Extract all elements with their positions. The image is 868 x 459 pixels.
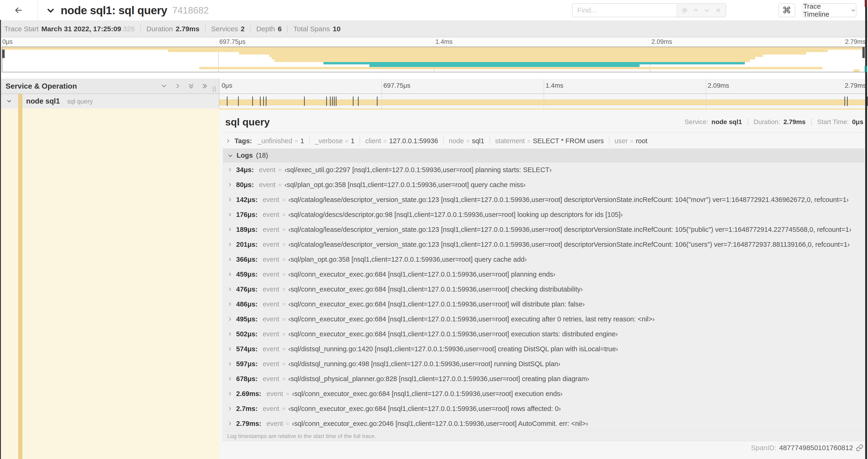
span-duration-bar[interactable] (219, 100, 867, 105)
expand-one-icon[interactable] (174, 83, 181, 90)
logs-title: Logs (237, 152, 253, 159)
logs-list: 34μs:event=‹sql/exec_util.go:2297 [nsql1… (223, 162, 864, 431)
log-field-value: ‹sql/conn_executor_exec.go:684 [nsql1,cl… (288, 270, 555, 278)
log-row[interactable]: 189μs:event=‹sql/catalog/lease/descripto… (223, 222, 864, 237)
logs-header[interactable]: Logs (18) (223, 149, 864, 162)
timeline-header-row: Service & Operation 0μs697.75μs1.4ms2.09… (0, 78, 868, 94)
log-row[interactable]: 2.69ms:event=‹sql/conn_executor_exec.go:… (223, 386, 864, 401)
page-title: node sql1: sql query (61, 4, 167, 17)
log-event-tick (263, 97, 264, 106)
log-row[interactable]: 201μs:event=‹sql/catalog/lease/descripto… (223, 237, 864, 252)
meta-label: Duration (147, 25, 173, 33)
keyboard-shortcuts-button[interactable]: ⌘ (778, 3, 795, 17)
chevron-up-icon[interactable] (692, 7, 699, 13)
log-field-key: event (259, 166, 276, 174)
scrollbar-track-edge[interactable] (865, 7, 867, 459)
start-time-value: 0μs (852, 118, 863, 126)
log-field-value: ‹sql/exec_util.go:2297 [nsql1,client=127… (284, 166, 552, 174)
link-icon[interactable] (856, 444, 863, 452)
spacer (0, 73, 868, 78)
log-row[interactable]: 2.7ms:event=‹sql/conn_executor_exec.go:6… (223, 401, 864, 416)
meta-item: Depth6 (256, 25, 282, 33)
log-timestamp: 495μs: (236, 315, 257, 323)
tags-list: _unfinished=1_verbose=1client=127.0.0.1:… (257, 137, 647, 145)
ruler-tick-label: 2.79ms (845, 82, 866, 89)
tag-key: client (365, 137, 381, 145)
ruler-tick-label: 697.75μs (383, 82, 410, 89)
log-row[interactable]: 80μs:event=‹sql/plan_opt.go:358 [nsql1,c… (223, 177, 864, 192)
chevron-down-icon[interactable] (704, 7, 710, 13)
column-resizer-grip[interactable] (213, 86, 216, 92)
timeline-gridline (706, 94, 706, 108)
log-row[interactable]: 678μs:event=‹sql/distsql_physical_planne… (223, 371, 864, 386)
meta-label: Depth (256, 25, 275, 33)
tag-item: client=127.0.0.1:59936 (365, 137, 438, 145)
log-field-key: event (263, 226, 279, 233)
find-input[interactable] (572, 4, 677, 17)
log-row[interactable]: 597μs:event=‹sql/distsql_running.go:498 … (223, 356, 864, 371)
span-row[interactable]: node sql1 sql query (0, 94, 868, 108)
chevron-down-icon[interactable] (6, 98, 12, 104)
span-name-cell[interactable]: node sql1 sql query (0, 94, 219, 108)
collapse-one-icon[interactable] (160, 83, 167, 90)
tags-label[interactable]: Tags: (235, 137, 252, 145)
log-row[interactable]: 176μs:event=‹sql/catalog/descs/descripto… (223, 207, 864, 222)
tag-separator (490, 137, 490, 145)
log-field-key: event (259, 181, 276, 189)
trace-view-selector[interactable]: Trace Timeline (803, 3, 856, 17)
tag-key: user (615, 137, 628, 145)
log-timestamp: 142μs: (236, 196, 257, 204)
log-row[interactable]: 486μs:event=‹sql/conn_executor_exec.go:6… (223, 297, 864, 312)
equals-sign: = (282, 286, 286, 293)
minimap-tick-label: 0μs (2, 38, 12, 45)
view-selector-label: Trace Timeline (803, 2, 848, 18)
log-event-tick (332, 97, 333, 106)
chevron-right-icon (227, 287, 232, 292)
locate-icon[interactable] (681, 7, 688, 13)
log-field-value: ‹sql/conn_executor_exec.go:684 [nsql1,cl… (288, 315, 654, 323)
tag-separator (309, 137, 310, 145)
meta-value: 6 (278, 25, 282, 33)
log-row[interactable]: 366μs:event=‹sql/plan_opt.go:358 [nsql1,… (223, 252, 864, 267)
log-row[interactable]: 495μs:event=‹sql/conn_executor_exec.go:6… (223, 312, 864, 327)
log-row[interactable]: 142μs:event=‹sql/catalog/lease/descripto… (223, 192, 864, 207)
close-icon[interactable] (715, 7, 721, 13)
log-row[interactable]: 502μs:event=‹sql/conn_executor_exec.go:6… (223, 327, 864, 341)
equals-sign: = (278, 167, 282, 173)
trace-id: 7418682 (173, 5, 209, 15)
window-right-edge-red (865, 0, 867, 7)
chevron-right-icon (227, 302, 232, 307)
log-timestamp: 2.7ms: (236, 405, 257, 413)
log-timestamp: 476μs: (236, 286, 257, 293)
minimap-right-scrubber-handle[interactable] (862, 47, 865, 58)
tag-separator (360, 137, 360, 145)
expand-all-icon[interactable] (201, 83, 208, 90)
window-right-edge-teal (865, 66, 867, 72)
chevron-right-icon[interactable] (225, 138, 231, 144)
detail-top-accent (219, 108, 868, 110)
log-field-key: event (263, 405, 279, 413)
equals-sign: = (630, 138, 633, 144)
tag-item: user=root (615, 137, 648, 145)
divider (811, 119, 811, 126)
log-row[interactable]: 34μs:event=‹sql/exec_util.go:2297 [nsql1… (223, 162, 864, 177)
log-field-value: ‹sql/distsql_running.go:498 [nsql1,clien… (288, 360, 560, 368)
minimap-canvas[interactable] (2, 47, 866, 72)
log-row[interactable]: 574μs:event=‹sql/distsql_running.go:1420… (223, 341, 864, 356)
log-row[interactable]: 2.79ms:event=‹sql/conn_executor_exec.go:… (223, 416, 864, 431)
tag-separator (443, 137, 443, 145)
equals-sign: = (527, 138, 531, 144)
log-timestamp: 34μs: (236, 166, 254, 174)
back-button[interactable] (0, 0, 38, 21)
collapse-all-icon[interactable] (188, 83, 195, 90)
log-row[interactable]: 459μs:event=‹sql/conn_executor_exec.go:6… (223, 267, 864, 282)
log-row[interactable]: 476μs:event=‹sql/conn_executor_exec.go:6… (223, 282, 864, 297)
log-field-key: event (263, 300, 279, 308)
log-event-tick (238, 97, 239, 106)
log-field-key: event (263, 196, 279, 204)
equals-sign: = (282, 241, 286, 248)
span-detail-panel: sql query Service: node sql1 Duration: 2… (219, 108, 868, 459)
chevron-down-icon[interactable] (46, 5, 56, 15)
meta-item: Trace StartMarch 31 2022, 17:25:09.326 (4, 25, 135, 33)
log-timestamp: 176μs: (236, 211, 257, 219)
